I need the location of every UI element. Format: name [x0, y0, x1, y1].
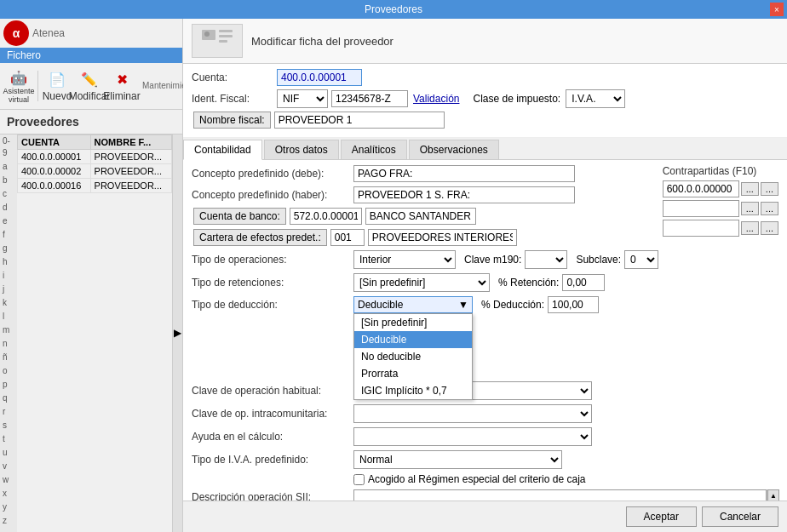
contra2-input[interactable]	[663, 200, 739, 217]
table-row[interactable]: 400.0.0.00001 PROVEEDOR...	[18, 149, 172, 163]
clave-intracomunitaria-select[interactable]	[353, 404, 592, 423]
tipo-operaciones-select[interactable]: Interior	[353, 250, 456, 269]
asistente-button[interactable]: 🤖 Asistente virtual	[3, 66, 34, 106]
ident-row: Ident. Fiscal: NIF Validación Clase de i…	[192, 89, 778, 108]
alpha-y[interactable]: y	[0, 501, 17, 514]
alpha-w[interactable]: w	[0, 473, 17, 487]
nombre-fiscal-input[interactable]	[274, 112, 445, 129]
svg-point-1	[204, 31, 210, 37]
nombre-fiscal-button[interactable]: Nombre fiscal:	[193, 112, 271, 129]
dropdown-option-igic[interactable]: IGIC Implícito * 0,7	[354, 382, 472, 399]
alpha-v[interactable]: v	[0, 460, 17, 473]
acogido-row: Acogido al Régimen especial del criterio…	[192, 473, 778, 485]
tipo-iva-select[interactable]: Normal	[353, 450, 562, 469]
alpha-t[interactable]: t	[0, 432, 17, 446]
alpha-b[interactable]: b	[0, 174, 17, 187]
dropdown-option-prorrata[interactable]: Prorrata	[354, 365, 472, 382]
tipo-retenciones-label: Tipo de retenciones:	[192, 277, 353, 289]
alpha-i[interactable]: i	[0, 269, 17, 283]
alpha-f[interactable]: f	[0, 228, 17, 242]
alpha-r[interactable]: r	[0, 405, 17, 419]
alpha-g[interactable]: g	[0, 242, 17, 255]
alpha-a[interactable]: a	[0, 160, 17, 174]
tipo-deduccion-select[interactable]: Deducible ▼	[353, 296, 473, 313]
table-row[interactable]: 400.0.0.00002 PROVEEDOR...	[18, 163, 172, 178]
desc-scrollbar: ▲ ▼	[767, 489, 778, 501]
dropdown-option-no-deducible[interactable]: No deducible	[354, 348, 472, 365]
alpha-j[interactable]: j	[0, 283, 17, 296]
dropdown-option-sin-predefinir[interactable]: [Sin predefinir]	[354, 314, 472, 331]
footer-buttons: Aceptar Cancelar	[183, 501, 787, 532]
aceptar-button[interactable]: Aceptar	[626, 506, 697, 527]
contra3-btn2[interactable]: ...	[761, 221, 778, 235]
nombre-fiscal-row: Nombre fiscal:	[192, 112, 778, 129]
alpha-u[interactable]: u	[0, 446, 17, 460]
banco-code-input[interactable]	[290, 208, 362, 225]
contra3-btn1[interactable]: ...	[741, 221, 759, 235]
alpha-c[interactable]: c	[0, 187, 17, 201]
table-row[interactable]: 400.0.0.00016 PROVEEDOR...	[18, 178, 172, 192]
alpha-d[interactable]: d	[0, 201, 17, 215]
tab-contabilidad[interactable]: Contabilidad	[183, 140, 262, 160]
alpha-k[interactable]: k	[0, 296, 17, 310]
scroll-up-arrow[interactable]: ▲	[767, 489, 779, 501]
alpha-m[interactable]: m	[0, 323, 17, 337]
tab-analiticos[interactable]: Analíticos	[341, 140, 407, 159]
alpha-o[interactable]: o	[0, 364, 17, 378]
ident-value-input[interactable]	[331, 90, 408, 107]
expand-arrow[interactable]: ▶	[172, 134, 182, 532]
alpha-p[interactable]: p	[0, 378, 17, 392]
descripcion-textarea[interactable]	[353, 489, 767, 501]
clave-m190-select[interactable]	[525, 250, 567, 269]
contra1-input[interactable]	[663, 180, 739, 197]
alpha-09[interactable]: 0-9	[0, 134, 17, 160]
alpha-e[interactable]: e	[0, 215, 17, 228]
concepto-haber-input[interactable]	[353, 186, 575, 203]
porcentaje-deduccion-input[interactable]	[548, 296, 599, 313]
ident-type-select[interactable]: NIF	[277, 89, 328, 108]
tab-observaciones[interactable]: Observaciones	[409, 140, 499, 159]
subclave-select[interactable]: 0	[624, 250, 658, 269]
svg-rect-2	[219, 30, 233, 32]
close-button[interactable]: ×	[770, 3, 784, 16]
dropdown-option-deducible[interactable]: Deducible	[354, 331, 472, 348]
subclave-label: Subclave:	[576, 254, 621, 266]
dropdown-arrow-icon: ▼	[458, 299, 468, 311]
cartera-button[interactable]: Cartera de efectos predet.:	[193, 229, 327, 246]
atena-logo: α	[3, 20, 29, 46]
alpha-s[interactable]: s	[0, 419, 17, 432]
alpha-n[interactable]: n	[0, 337, 17, 351]
tipo-retenciones-select[interactable]: [Sin predefinir]	[353, 273, 490, 292]
alpha-z[interactable]: z	[0, 514, 17, 528]
contra2-btn1[interactable]: ...	[741, 202, 759, 215]
contra1-btn1[interactable]: ...	[741, 182, 759, 196]
banco-name-input[interactable]	[365, 208, 476, 225]
ayuda-calculo-select[interactable]	[353, 427, 592, 446]
validacion-link[interactable]: Validación	[413, 93, 459, 105]
clase-impuesto-select[interactable]: I.V.A.	[566, 89, 625, 108]
alpha-q[interactable]: q	[0, 392, 17, 405]
modificar-button[interactable]: ✏️ Modificar	[74, 68, 105, 104]
cuenta-input[interactable]	[277, 69, 362, 86]
eliminar-button[interactable]: ✖ Eliminar	[106, 68, 137, 104]
porcentaje-retencion-input[interactable]	[562, 274, 605, 291]
contra1-btn2[interactable]: ...	[761, 182, 778, 196]
alpha-l[interactable]: l	[0, 310, 17, 323]
tab-otros-datos[interactable]: Otros datos	[264, 140, 339, 159]
cartera-name-input[interactable]	[368, 229, 517, 246]
contra-row-1: ... ...	[663, 180, 778, 197]
cancelar-button[interactable]: Cancelar	[702, 506, 778, 527]
concepto-debe-input[interactable]	[353, 165, 575, 182]
cartera-code-input[interactable]	[330, 229, 365, 246]
alpha-h[interactable]: h	[0, 255, 17, 269]
row-nombre: PROVEEDOR...	[90, 163, 171, 178]
acogido-checkbox[interactable]	[353, 474, 365, 485]
alpha-ñ[interactable]: ñ	[0, 351, 17, 364]
cuenta-banco-button[interactable]: Cuenta de banco:	[193, 208, 286, 225]
fichero-tab[interactable]: Fichero	[0, 48, 182, 63]
contra-row-2: ... ...	[663, 200, 778, 217]
alpha-x[interactable]: x	[0, 487, 17, 501]
contra2-btn2[interactable]: ...	[761, 202, 778, 215]
contra3-input[interactable]	[663, 220, 739, 237]
nuevo-button[interactable]: 📄 Nuevo	[42, 68, 72, 104]
